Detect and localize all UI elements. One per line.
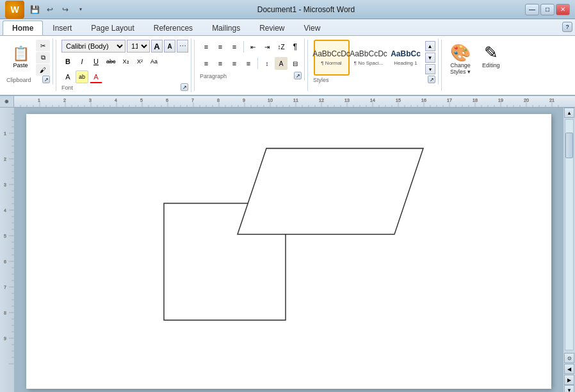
change-styles-label: ChangeStyles ▾ xyxy=(450,62,471,75)
quick-access-toolbar: 💾 ↩ ↪ ▾ xyxy=(28,3,87,16)
paragraph-content: ≡ ≡ ≡ ⇤ ⇥ ↕Z ¶ ≡ ≡ ≡ ≡ ↕ A ⊟ xyxy=(200,40,302,72)
style-heading1-preview: AaBbCc xyxy=(391,49,421,58)
svg-text:13: 13 xyxy=(344,98,350,102)
shading-button[interactable]: A xyxy=(275,57,288,70)
svg-text:6: 6 xyxy=(4,259,6,264)
paste-label: Paste xyxy=(13,62,28,69)
font-row3: A ab A xyxy=(61,70,102,83)
subscript-button[interactable]: X₂ xyxy=(120,55,133,68)
svg-text:4: 4 xyxy=(4,208,6,213)
paragraph-dialog-launcher[interactable]: ↗ xyxy=(294,72,302,79)
svg-text:2: 2 xyxy=(63,98,66,102)
styles-label: Styles xyxy=(313,77,329,83)
font-grow-button[interactable]: A xyxy=(151,40,163,53)
svg-text:20: 20 xyxy=(524,98,529,102)
font-content: Calibri (Body) 11 A A ⋯ B I U abc X₂ X² xyxy=(61,40,188,83)
align-center-button[interactable]: ≡ xyxy=(214,57,227,70)
horizontal-ruler: 1 2 3 4 5 xyxy=(14,96,575,108)
svg-text:17: 17 xyxy=(447,98,452,102)
numbering-button[interactable]: ≡ xyxy=(214,40,227,53)
superscript-button[interactable]: X² xyxy=(134,55,147,68)
styles-dialog-launcher[interactable]: ↗ xyxy=(428,76,435,83)
increase-indent-button[interactable]: ⇥ xyxy=(261,40,273,53)
style-normal-preview: AaBbCcDc xyxy=(312,49,350,58)
styles-expand[interactable]: ▾ xyxy=(425,64,435,74)
editing-group[interactable]: ✎ Editing xyxy=(479,41,503,72)
qa-dropdown-button[interactable]: ▾ xyxy=(74,3,87,16)
show-formatting-button[interactable]: ¶ xyxy=(289,40,302,53)
font-size-select[interactable]: 11 xyxy=(127,40,150,53)
doc-scroll-area[interactable] xyxy=(14,108,563,392)
align-left-button[interactable]: ≡ xyxy=(200,57,213,70)
style-normal[interactable]: AaBbCcDc ¶ Normal xyxy=(314,40,350,76)
vertical-ruler: 1 2 3 4 5 6 xyxy=(0,108,14,392)
office-button[interactable]: W xyxy=(5,1,24,19)
tab-mailings[interactable]: Mailings xyxy=(202,20,250,35)
change-styles-group[interactable]: 🎨 ChangeStyles ▾ xyxy=(447,41,474,78)
bullets-button[interactable]: ≡ xyxy=(200,40,213,53)
font-color-button[interactable]: A xyxy=(90,70,102,83)
font-name-select[interactable]: Calibri (Body) xyxy=(61,40,126,53)
tab-view[interactable]: View xyxy=(295,20,330,35)
prev-page-button[interactable]: ◀ xyxy=(564,364,574,374)
save-button[interactable]: 💾 xyxy=(28,3,41,16)
case-button[interactable]: Aa xyxy=(148,55,161,68)
undo-button[interactable]: ↩ xyxy=(44,3,56,16)
font-shrink-button[interactable]: A xyxy=(164,40,175,53)
svg-text:21: 21 xyxy=(549,98,555,102)
ruler-corner[interactable]: ⊕ xyxy=(0,96,14,108)
help-button[interactable]: ? xyxy=(562,22,572,32)
strikethrough-button[interactable]: abc xyxy=(104,55,118,68)
underline-button[interactable]: U xyxy=(90,55,102,68)
sort-button[interactable]: ↕Z xyxy=(275,40,288,53)
maximize-button[interactable]: □ xyxy=(540,4,555,15)
scroll-thumb[interactable] xyxy=(565,133,573,158)
tab-home[interactable]: Home xyxy=(3,20,43,35)
styles-scroll-up[interactable]: ▲ xyxy=(425,41,435,51)
italic-button[interactable]: I xyxy=(76,55,88,68)
svg-text:5: 5 xyxy=(140,98,143,102)
sep4 xyxy=(441,40,442,91)
style-no-spacing[interactable]: AaBbCcDc ¶ No Spaci... xyxy=(351,40,387,76)
styles-scroll-down[interactable]: ▼ xyxy=(425,53,435,63)
cut-button[interactable]: ✂ xyxy=(36,40,50,51)
tab-review[interactable]: Review xyxy=(250,20,294,35)
svg-text:8: 8 xyxy=(4,311,6,315)
redo-button[interactable]: ↪ xyxy=(59,3,72,16)
justify-button[interactable]: ≡ xyxy=(242,57,255,70)
bold-button[interactable]: B xyxy=(61,55,74,68)
title-bar: W 💾 ↩ ↪ ▾ Document1 - Microsoft Word — □… xyxy=(0,0,575,19)
sep3 xyxy=(307,40,308,91)
font-dialog-launcher[interactable]: ↗ xyxy=(181,83,188,91)
copy-button[interactable]: ⧉ xyxy=(36,52,50,63)
tab-references[interactable]: References xyxy=(144,20,202,35)
change-styles-icon: 🎨 xyxy=(450,44,471,61)
highlight-button[interactable]: ab xyxy=(76,70,88,83)
select-browse-object-button[interactable]: ⊙ xyxy=(564,353,574,363)
border-button[interactable]: ⊟ xyxy=(289,57,302,70)
tab-page-layout[interactable]: Page Layout xyxy=(81,20,143,35)
multilevel-button[interactable]: ≡ xyxy=(228,40,241,53)
window-title: Document1 - Microsoft Word xyxy=(87,5,525,14)
line-spacing-button[interactable]: ↕ xyxy=(261,57,273,70)
scroll-down-button[interactable]: ▼ xyxy=(564,385,574,392)
next-page-button[interactable]: ▶ xyxy=(564,375,574,385)
svg-text:1: 1 xyxy=(4,131,6,136)
close-button[interactable]: ✕ xyxy=(556,4,570,15)
minimize-button[interactable]: — xyxy=(525,4,539,15)
style-heading1[interactable]: AaBbCc Heading 1 xyxy=(388,40,424,76)
clipboard-dialog-launcher[interactable]: ↗ xyxy=(42,76,50,83)
align-right-button[interactable]: ≡ xyxy=(228,57,241,70)
document-page[interactable] xyxy=(26,114,551,389)
svg-text:3: 3 xyxy=(89,98,92,102)
font-more-button[interactable]: ⋯ xyxy=(177,40,188,53)
paste-button[interactable]: 📋 Paste xyxy=(6,40,35,76)
scroll-track[interactable] xyxy=(565,119,574,350)
scroll-up-button[interactable]: ▲ xyxy=(564,108,574,118)
format-painter-button[interactable]: 🖌 xyxy=(36,64,50,76)
title-bar-left: W 💾 ↩ ↪ ▾ xyxy=(5,1,87,19)
clear-formatting-button[interactable]: A xyxy=(61,70,74,83)
svg-text:9: 9 xyxy=(4,336,6,341)
tab-insert[interactable]: Insert xyxy=(43,20,81,35)
decrease-indent-button[interactable]: ⇤ xyxy=(247,40,259,53)
